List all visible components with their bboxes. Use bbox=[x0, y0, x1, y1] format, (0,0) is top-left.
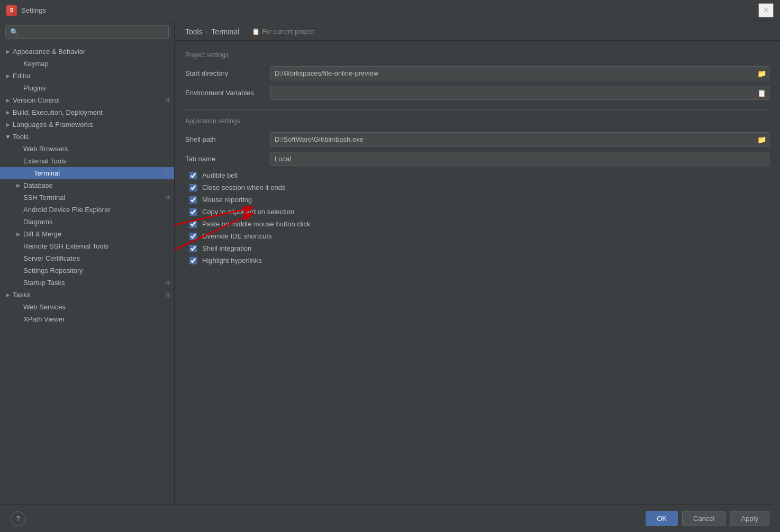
tree-arrow-icon bbox=[15, 279, 22, 287]
tree-arrow-icon bbox=[15, 145, 22, 153]
env-vars-row: Environment Variables 📋 bbox=[185, 86, 769, 100]
sidebar-item-label: Server Certificates bbox=[23, 254, 170, 262]
tree-arrow-icon: ▶ bbox=[4, 97, 12, 104]
sidebar-item-xpath-viewer[interactable]: XPath Viewer bbox=[0, 313, 174, 325]
sidebar-item-label: Tasks bbox=[13, 291, 164, 299]
breadcrumb-current: Terminal bbox=[211, 27, 239, 36]
tree-arrow-icon bbox=[15, 243, 22, 250]
sidebar-item-version-control[interactable]: ▶Version Control⧉ bbox=[0, 94, 174, 106]
sidebar-item-web-services[interactable]: Web Services bbox=[0, 301, 174, 313]
env-vars-input[interactable] bbox=[270, 86, 769, 100]
tree-arrow-icon bbox=[15, 304, 22, 311]
tree-arrow-icon bbox=[15, 158, 22, 165]
for-project: 📋 For current project bbox=[252, 28, 314, 35]
app-icon: S bbox=[6, 5, 17, 16]
checkbox-label-override-ide: Override IDE shortcuts bbox=[202, 232, 272, 240]
checkboxes-container: Audible bellClose session when it endsMo… bbox=[185, 171, 769, 264]
tree-arrow-icon bbox=[15, 194, 22, 201]
sidebar-item-label: Web Browsers bbox=[23, 145, 170, 153]
for-project-label: For current project bbox=[262, 28, 314, 35]
checkbox-copy-clipboard[interactable] bbox=[189, 208, 197, 216]
start-dir-input[interactable] bbox=[270, 66, 769, 80]
checkbox-row-shell-integration: Shell integration bbox=[185, 244, 769, 252]
title-bar-left: S Settings bbox=[6, 5, 46, 16]
checkbox-row-copy-clipboard: Copy to clipboard on selection bbox=[185, 208, 769, 216]
env-vars-browse-button[interactable]: 📋 bbox=[755, 88, 768, 98]
checkbox-row-paste-middle: Paste on middle mouse button click bbox=[185, 220, 769, 228]
sidebar-item-remote-ssh[interactable]: Remote SSH External Tools bbox=[0, 240, 174, 252]
tree-arrow-icon: ▶ bbox=[15, 182, 22, 189]
sidebar-item-label: Android Device File Explorer bbox=[23, 206, 170, 214]
checkbox-mouse-reporting[interactable] bbox=[189, 196, 197, 204]
sidebar-item-diagrams[interactable]: Diagrams bbox=[0, 216, 174, 228]
sidebar-item-android-device[interactable]: Android Device File Explorer bbox=[0, 204, 174, 216]
sidebar-item-server-certs[interactable]: Server Certificates bbox=[0, 252, 174, 264]
checkbox-label-copy-clipboard: Copy to clipboard on selection bbox=[202, 208, 294, 216]
checkbox-label-paste-middle: Paste on middle mouse button click bbox=[202, 220, 311, 228]
breadcrumb-separator: › bbox=[206, 27, 208, 36]
main-container: ▶Appearance & BehaviorKeymap▶EditorPlugi… bbox=[0, 21, 780, 505]
sidebar-item-languages[interactable]: ▶Languages & Frameworks bbox=[0, 118, 174, 131]
start-dir-label: Start directory bbox=[185, 69, 270, 77]
action-buttons: OK Cancel Apply bbox=[646, 511, 769, 526]
content-area: Tools › Terminal 📋 For current project P… bbox=[175, 21, 780, 505]
sidebar-item-diff-merge[interactable]: ▶Diff & Merge bbox=[0, 228, 174, 240]
cancel-button[interactable]: Cancel bbox=[682, 511, 725, 526]
sidebar-item-external-tools[interactable]: External Tools bbox=[0, 155, 174, 167]
sidebar-item-label: Database bbox=[23, 181, 170, 189]
checkbox-override-ide[interactable] bbox=[189, 233, 197, 240]
start-dir-row: Start directory 📁 bbox=[185, 66, 769, 80]
sidebar-item-label: Keymap bbox=[23, 60, 170, 68]
sidebar-item-ssh-terminal[interactable]: SSH Terminal⧉ bbox=[0, 191, 174, 204]
tab-name-input[interactable] bbox=[270, 152, 769, 166]
tree-arrow-icon: ▼ bbox=[4, 133, 12, 141]
checkbox-paste-middle[interactable] bbox=[189, 221, 197, 228]
sidebar-item-label: Build, Execution, Deployment bbox=[13, 108, 170, 116]
checkbox-audible-bell[interactable] bbox=[189, 172, 197, 179]
start-dir-browse-button[interactable]: 📁 bbox=[755, 68, 768, 79]
app-settings-title: Application settings bbox=[185, 117, 769, 125]
sidebar-item-settings-repo[interactable]: Settings Repository bbox=[0, 264, 174, 277]
sidebar-item-build[interactable]: ▶Build, Execution, Deployment bbox=[0, 106, 174, 118]
checkbox-shell-integration[interactable] bbox=[189, 245, 197, 252]
apply-button[interactable]: Apply bbox=[730, 511, 769, 526]
shell-path-input[interactable] bbox=[270, 132, 769, 146]
sidebar-item-keymap[interactable]: Keymap bbox=[0, 58, 174, 70]
tree-arrow-icon: ▶ bbox=[4, 48, 12, 56]
help-button[interactable]: ? bbox=[11, 511, 25, 526]
ok-button[interactable]: OK bbox=[646, 511, 678, 526]
tree-arrow-icon: ▶ bbox=[15, 231, 22, 238]
sidebar-item-label: Appearance & Behavior bbox=[13, 48, 170, 56]
sidebar-item-appearance[interactable]: ▶Appearance & Behavior bbox=[0, 45, 174, 58]
shell-path-row: Shell path 📁 bbox=[185, 132, 769, 146]
sidebar-item-label: Diagrams bbox=[23, 218, 170, 226]
sidebar-item-startup-tasks[interactable]: Startup Tasks⧉ bbox=[0, 277, 174, 289]
sidebar-item-editor[interactable]: ▶Editor bbox=[0, 70, 174, 82]
shell-path-browse-button[interactable]: 📁 bbox=[755, 134, 768, 145]
content-header: Tools › Terminal 📋 For current project bbox=[175, 21, 780, 41]
sidebar-item-database[interactable]: ▶Database bbox=[0, 179, 174, 191]
window-title: Settings bbox=[21, 6, 46, 14]
sidebar-item-terminal[interactable]: Terminal⧉ bbox=[0, 167, 174, 179]
sidebar-item-label: Terminal bbox=[34, 169, 164, 177]
search-input[interactable] bbox=[5, 25, 169, 39]
sidebar-item-label: Settings Repository bbox=[23, 267, 170, 274]
for-project-icon: 📋 bbox=[252, 28, 260, 35]
close-button[interactable]: ✕ bbox=[758, 3, 774, 17]
sidebar-item-plugins[interactable]: Plugins bbox=[0, 82, 174, 94]
sidebar-item-tasks[interactable]: ▶Tasks⧉ bbox=[0, 289, 174, 301]
env-vars-label: Environment Variables bbox=[185, 89, 270, 97]
checkbox-highlight-hyperlinks[interactable] bbox=[189, 257, 197, 264]
tree-arrow-icon bbox=[15, 206, 22, 214]
sidebar-item-label: SSH Terminal bbox=[23, 194, 164, 201]
start-dir-input-wrap: 📁 bbox=[270, 66, 769, 80]
checkbox-close-session[interactable] bbox=[189, 184, 197, 191]
sidebar-tree: ▶Appearance & BehaviorKeymap▶EditorPlugi… bbox=[0, 43, 174, 505]
sidebar-item-web-browsers[interactable]: Web Browsers bbox=[0, 143, 174, 155]
sidebar-item-tools[interactable]: ▼Tools bbox=[0, 131, 174, 143]
tree-arrow-icon bbox=[15, 60, 22, 68]
search-box bbox=[0, 21, 174, 43]
sidebar-item-label: Remote SSH External Tools bbox=[23, 242, 170, 250]
tree-arrow-icon: ▶ bbox=[4, 291, 12, 299]
sidebar-item-label: Languages & Frameworks bbox=[13, 121, 170, 129]
